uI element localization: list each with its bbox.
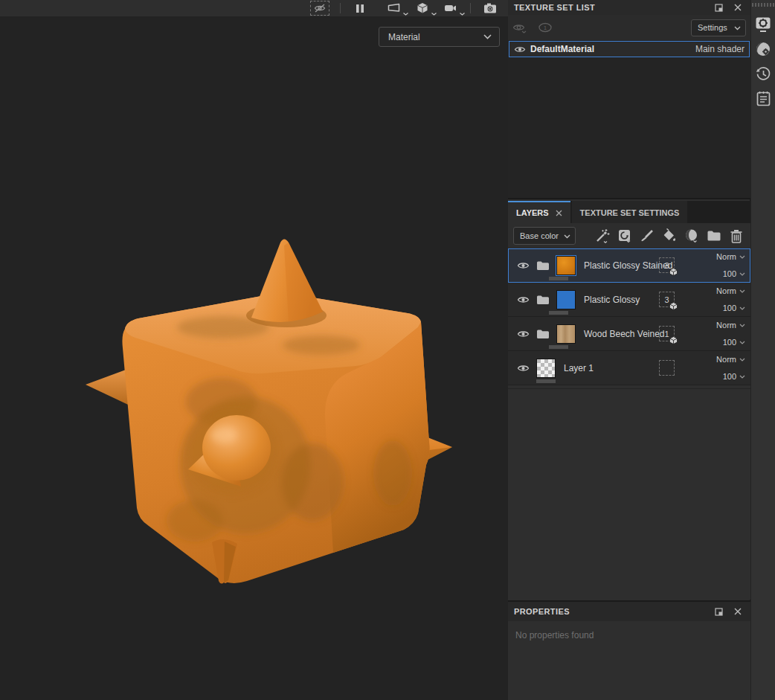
material-cube-icon [669,302,678,310]
settings-dropdown-label: Settings [698,23,727,32]
opacity-select[interactable]: 100 [723,304,745,312]
eye-icon[interactable] [514,45,526,54]
eye-icon[interactable] [517,295,530,304]
blend-mode-value: Norm [716,286,736,295]
tab-texture-set-settings[interactable]: TEXTURE SET SETTINGS [572,201,688,223]
opacity-select[interactable]: 100 [723,269,745,278]
screenshot-camera-icon[interactable] [481,1,499,16]
add-fill-layer-icon[interactable] [660,227,678,245]
texture-set-name: DefaultMaterial [530,44,594,54]
layer-content-count-box[interactable]: 3 [659,257,675,273]
channel-filter-select[interactable]: Base color [513,227,576,245]
add-paint-layer-icon[interactable] [638,227,656,245]
history-icon[interactable] [753,65,773,83]
folder-icon[interactable] [536,329,550,339]
add-effect-icon[interactable] [594,227,611,245]
blend-mode-value: Norm [716,252,736,261]
layer-row-layer-1[interactable]: Layer 1 Norm 100 [508,351,750,385]
chevron-down-icon [739,324,745,327]
layer-content-count: 3 [664,295,669,304]
right-icon-strip [751,0,775,700]
eye-icon[interactable] [517,330,530,338]
shading-mode-select[interactable]: Material [379,27,500,47]
painter-app-window: Material TEXTURE SET LIST [0,0,775,700]
layer-row-wood-beech-veined[interactable]: Wood Beech Veined 1 Norm [508,317,750,351]
material-cube-icon [669,336,678,344]
log-icon[interactable] [753,89,773,107]
tab-tss-label: TEXTURE SET SETTINGS [580,208,680,217]
chevron-down-icon [739,289,745,293]
material-cube-icon [669,268,678,276]
camera-animation-icon[interactable] [442,1,460,16]
eye-icon[interactable] [517,261,530,270]
texture-set-list-header: TEXTURE SET LIST [508,0,750,15]
chevron-down-icon [739,255,745,259]
layer-thumbnail[interactable] [556,290,576,309]
panel-title: PROPERTIES [514,607,570,616]
display-settings-icon[interactable] [753,16,773,33]
close-tab-icon[interactable] [556,210,562,216]
texture-set-list-panel: TEXTURE SET LIST [508,0,750,199]
layer-content-count-box[interactable]: 1 [659,326,675,341]
shader-settings-icon[interactable] [753,40,773,58]
add-smart-material-icon[interactable] [616,227,634,245]
layer-thumbnail[interactable] [556,256,576,275]
blend-mode-select[interactable]: Norm [716,286,745,295]
folder-icon[interactable] [536,295,550,305]
svg-text:1: 1 [544,25,547,31]
layer-name: Layer 1 [564,363,594,373]
chevron-down-icon [734,26,741,30]
layer-list: Plastic Glossy Stained 3 Norm [508,248,750,385]
single-visibility-icon[interactable]: 1 [538,22,553,33]
layer-row-plastic-glossy[interactable]: Plastic Glossy 3 Norm [508,283,750,317]
texture-set-list-toolbar: 1 Settings [508,15,750,40]
float-panel-icon[interactable] [712,1,725,13]
visibility-sync-icon[interactable] [512,22,527,33]
folder-icon[interactable] [536,260,550,271]
chevron-down-icon [483,34,492,39]
close-icon[interactable] [731,1,745,13]
blend-mode-select[interactable]: Norm [716,252,745,261]
layer-content-count-box[interactable] [659,360,675,376]
layer-row-plastic-glossy-stained[interactable]: Plastic Glossy Stained 3 Norm [508,248,750,283]
dock-drag-handle[interactable] [751,0,775,7]
geometry-mask-visibility-icon[interactable] [310,1,329,16]
viewport-3d[interactable]: Material [0,0,508,700]
opacity-value: 100 [723,269,736,278]
layer-opacity-bar [549,277,568,280]
chevron-down-icon [739,306,745,310]
float-panel-icon[interactable] [712,606,725,617]
eye-icon[interactable] [517,364,530,373]
texture-set-row-defaultmaterial[interactable]: DefaultMaterial Main shader [509,41,750,57]
layer-thumbnail[interactable] [536,359,556,378]
pause-engine-icon[interactable] [351,1,369,16]
layer-content-count: 1 [664,330,669,338]
add-group-icon[interactable] [705,227,723,245]
layer-name: Plastic Glossy [584,295,640,305]
layer-list-empty-area [508,388,750,600]
layer-opacity-bar [549,311,568,315]
camera-projection-icon[interactable] [385,1,403,16]
tab-layers[interactable]: LAYERS [508,201,570,223]
shading-mode-value: Material [388,32,420,42]
chevron-down-icon [564,234,570,239]
layer-thumbnail[interactable] [556,324,576,344]
blend-mode-select[interactable]: Norm [716,321,745,330]
texture-set-settings-dropdown[interactable]: Settings [691,19,746,36]
delete-layer-icon[interactable] [727,227,745,245]
channel-filter-value: Base color [520,231,559,240]
layer-content-count-box[interactable]: 3 [659,292,675,307]
add-smart-mask-icon[interactable] [683,227,701,245]
opacity-value: 100 [723,372,736,381]
layer-content-count: 3 [664,261,669,270]
close-icon[interactable] [731,606,745,617]
blend-mode-select[interactable]: Norm [716,355,745,364]
toolbar-separator [340,3,341,13]
properties-empty-message: No properties found [508,621,750,649]
display-mode-cube-icon[interactable] [414,1,431,16]
opacity-select[interactable]: 100 [723,338,745,347]
chevron-down-icon [739,358,745,362]
panel-title: TEXTURE SET LIST [514,3,595,12]
3d-model-spiked-cube[interactable] [0,0,508,700]
opacity-select[interactable]: 100 [723,372,745,381]
